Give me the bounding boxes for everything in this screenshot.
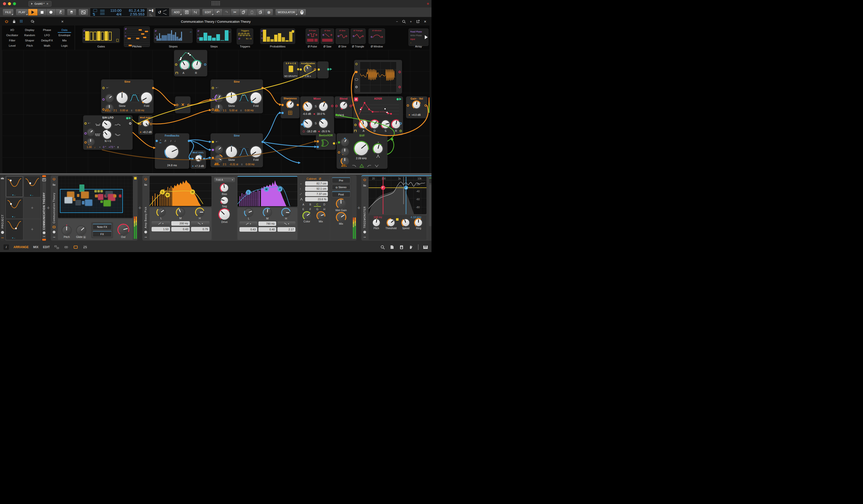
shlfo-out-port[interactable] bbox=[129, 122, 132, 125]
adsr-d-knob[interactable] bbox=[371, 120, 378, 128]
svf-cutoff-value[interactable]: 2.09 kHz bbox=[352, 157, 371, 160]
sine3-ratio[interactable]: 2:1 bbox=[223, 163, 226, 166]
svf-cutoff-knob[interactable] bbox=[354, 142, 368, 155]
add-device-slot-1[interactable]: + bbox=[47, 175, 50, 241]
cab-depth-field[interactable]: 7.37 cm bbox=[305, 192, 328, 196]
svf-cutoffmod-knob[interactable] bbox=[342, 148, 348, 155]
modulator-cell-4[interactable]: ●→ bbox=[6, 219, 23, 240]
adsr-gate-port[interactable] bbox=[354, 124, 357, 126]
adsr-s-knob[interactable] bbox=[382, 120, 390, 128]
file-menu-button[interactable]: FILE bbox=[2, 9, 14, 16]
mixer-gain2-knob[interactable] bbox=[304, 119, 312, 128]
node-sharpness[interactable]: Sharpness bbox=[281, 96, 300, 118]
cab-lowcut-select[interactable]: ▾ bbox=[239, 222, 257, 226]
fade-out-icon[interactable] bbox=[163, 13, 167, 15]
loop-icon[interactable]: ↺ bbox=[158, 10, 161, 15]
mixer-solo2[interactable]: S bbox=[315, 121, 317, 125]
sine2-ratio[interactable]: 1:1 bbox=[223, 109, 226, 112]
tree-preset-folder-icon[interactable] bbox=[363, 184, 366, 187]
ct-grid-overview[interactable] bbox=[58, 176, 133, 218]
zoom-in-icon[interactable]: + bbox=[410, 20, 412, 24]
node-ar-envelope[interactable]: A R bbox=[174, 50, 207, 76]
sine2-pitch-port[interactable] bbox=[212, 108, 214, 111]
svf-keytrack-icon[interactable]: ◂▸ bbox=[341, 163, 347, 168]
feedbacks-out-port[interactable] bbox=[188, 140, 190, 142]
paste-button[interactable] bbox=[248, 9, 256, 16]
add-device-slot-3[interactable]: + bbox=[357, 175, 361, 241]
browser-search-icon[interactable] bbox=[380, 244, 385, 250]
modamt1-out-port[interactable] bbox=[150, 123, 152, 125]
cab-variant-f[interactable]: F bbox=[307, 208, 314, 211]
tree-pitch-knob[interactable] bbox=[373, 219, 380, 226]
category-phase[interactable]: Phase bbox=[38, 28, 56, 32]
sine3-pitchmod-knob[interactable] bbox=[215, 155, 222, 162]
ar-release-knob[interactable] bbox=[192, 61, 201, 70]
ct-pitch-knob[interactable] bbox=[62, 226, 71, 235]
shlfo-ratemod-knob[interactable] bbox=[88, 129, 93, 135]
module-card-phase-saw[interactable]: Ø Saw bbox=[321, 28, 334, 44]
cab-variant-h[interactable]: H bbox=[321, 208, 328, 211]
space-value[interactable]: NO GRAVITY bbox=[283, 75, 299, 77]
shlfo-offset-value[interactable]: +73 ° bbox=[109, 146, 115, 149]
cab-h-gain-field[interactable]: 2.17 bbox=[277, 227, 295, 232]
feedbacks-in-port[interactable] bbox=[155, 140, 158, 142]
ct-power-icon[interactable] bbox=[52, 177, 56, 181]
amp-m-knob[interactable] bbox=[177, 209, 184, 216]
module-card-phase-pulse[interactable]: Ø Pulse bbox=[305, 28, 319, 44]
amp-spectrum-display[interactable]: L M H bbox=[150, 176, 212, 206]
category-data[interactable]: Data bbox=[56, 28, 73, 32]
tree-routing-icon[interactable]: ⊶ bbox=[364, 236, 366, 238]
device-panel-scrollbar[interactable] bbox=[0, 173, 432, 175]
amp-power-icon[interactable] bbox=[144, 177, 147, 181]
amp-remote-icon[interactable] bbox=[144, 231, 147, 234]
document-tab[interactable]: Grid40 * ✕ bbox=[28, 1, 51, 7]
category-lfo[interactable]: LFO bbox=[38, 34, 56, 37]
mixer-in2-port[interactable] bbox=[301, 123, 303, 126]
sine2-semi[interactable]: 5.00 st bbox=[229, 109, 237, 112]
scope-out1-port[interactable] bbox=[399, 71, 401, 73]
sine1-fm-port[interactable] bbox=[102, 98, 105, 101]
feedbacks-mode-4th-icon[interactable]: ♩ bbox=[174, 139, 177, 142]
module-card-slopes[interactable]: Ø+ ⇀ bbox=[154, 28, 192, 43]
highpass-icon[interactable] bbox=[367, 164, 371, 167]
overdub-button[interactable] bbox=[67, 9, 76, 16]
node-sh-lfo[interactable]: S/H LFO ▸↑ N = 6 1.00 ♩▾ 0 ° +73 ° ± bbox=[83, 115, 133, 150]
modulator-cell-2[interactable]: ●→ bbox=[24, 176, 40, 197]
modamt1-knob[interactable] bbox=[143, 120, 149, 126]
sharpness-mod-port[interactable] bbox=[282, 112, 284, 114]
mixer-pan2-knob[interactable] bbox=[319, 119, 328, 128]
scope-trig-port[interactable] bbox=[355, 63, 358, 65]
adsr-a-knob[interactable] bbox=[360, 120, 367, 128]
ar-attack-knob[interactable] bbox=[180, 61, 189, 70]
multiply-in-port[interactable] bbox=[176, 104, 178, 106]
shlfo-n-knob[interactable] bbox=[103, 131, 111, 139]
sine2-retrig-port[interactable] bbox=[212, 87, 214, 89]
cab-variant-a[interactable]: A bbox=[300, 203, 307, 207]
gainvol-out-port[interactable] bbox=[425, 104, 427, 106]
gainvol-knob[interactable] bbox=[413, 101, 420, 108]
wet-gain-knob[interactable] bbox=[337, 200, 345, 208]
mixer-gain2-value[interactable]: -18.2 dB bbox=[307, 130, 316, 133]
adsr-curve-display[interactable] bbox=[357, 101, 400, 115]
cab-crossover-field[interactable]: 780 Hz bbox=[259, 222, 276, 226]
undo-button[interactable]: ↶ bbox=[214, 9, 222, 16]
tree-speed-knob[interactable] bbox=[402, 219, 409, 226]
module-card-array[interactable]: Read Phase Write Phase Input ↑ bbox=[409, 28, 428, 46]
zoom-out-icon[interactable]: − bbox=[396, 20, 398, 24]
shlfo-sync-note[interactable]: ♩ bbox=[94, 146, 97, 149]
ct-preset-folder-icon[interactable] bbox=[52, 183, 56, 186]
acceleration-knob[interactable] bbox=[305, 66, 311, 72]
module-card-gates[interactable]: Ø+ bbox=[83, 28, 120, 43]
sine2-fm-knob[interactable] bbox=[215, 95, 222, 101]
sine1-ratio[interactable]: 2:1 bbox=[113, 109, 117, 112]
mixer-pan1-value[interactable]: 18.0 % bbox=[317, 112, 325, 115]
modamt1-in-port[interactable] bbox=[139, 123, 141, 125]
cab-highcut-select[interactable]: ▾ bbox=[277, 222, 295, 226]
mixer-out-port[interactable] bbox=[331, 105, 333, 107]
dual-panel-icon[interactable] bbox=[54, 244, 59, 250]
shlfo-mod-out[interactable] bbox=[126, 117, 131, 119]
arrange-view-button[interactable]: ARRANGE bbox=[13, 245, 29, 249]
utility-in-port[interactable] bbox=[318, 68, 320, 71]
scope-aux-port[interactable] bbox=[355, 86, 358, 88]
file-browser-icon[interactable] bbox=[390, 244, 395, 250]
